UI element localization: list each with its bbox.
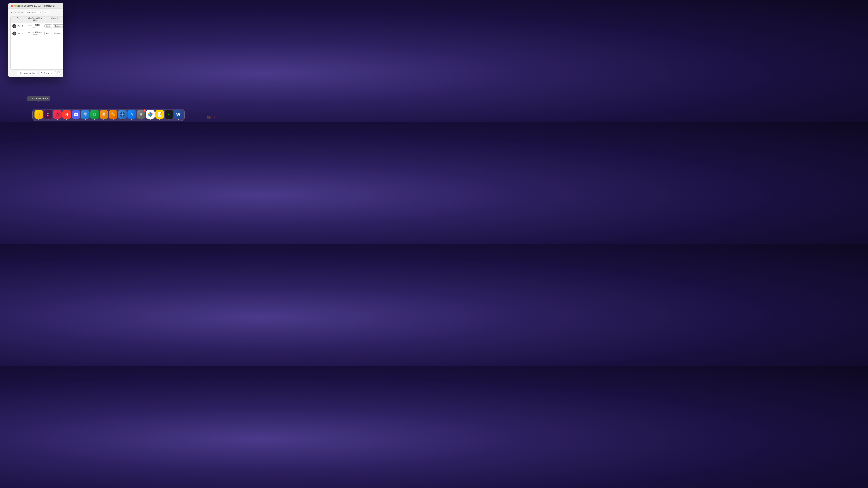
- dock-dot: [57, 119, 58, 120]
- dock-dot: [122, 119, 123, 120]
- dock-item-terminal[interactable]: >_: [165, 110, 173, 120]
- main-content: Fan Min/Current/Max RPM Control: [10, 16, 61, 69]
- window-title: Macs Fan Control 1.5.16 Free (Mac15,5): [17, 5, 55, 7]
- fan-1-auto-button[interactable]: Auto: [44, 32, 52, 35]
- dock-item-stickies[interactable]: 📝: [155, 110, 164, 120]
- system-preferences-badge: 1: [143, 109, 146, 112]
- dock-item-chrome[interactable]: [146, 110, 155, 120]
- svg-point-1: [14, 26, 15, 27]
- music-icon: ♫: [53, 110, 62, 119]
- dock-dot: [131, 119, 132, 120]
- dock-item-freeform[interactable]: 〰: [34, 110, 43, 120]
- fan-0-custom-button[interactable]: Custom...: [53, 24, 63, 28]
- dock-dot: [159, 119, 160, 120]
- dock-dot: [141, 119, 142, 120]
- news-icon: N: [62, 110, 71, 119]
- preferences-button[interactable]: Preferences...: [38, 71, 56, 75]
- fan-header-rpm: Min/Current/Max RPM: [26, 17, 44, 22]
- fan-1-controls: Auto Custom...: [44, 31, 63, 36]
- fan-0-icon: [12, 24, 17, 28]
- fan-0-auto-button[interactable]: Auto: [44, 24, 52, 28]
- dock-item-discord[interactable]: [72, 110, 80, 120]
- chrome-icon: [146, 110, 155, 119]
- hide-to-menu-bar-button[interactable]: Hide to menu bar: [17, 71, 37, 75]
- dock-dot: [168, 119, 169, 120]
- tooltip-text: Macs Fan Control: [29, 97, 48, 100]
- fan-0-info: Fan 0: [11, 23, 26, 29]
- dock-item-app-store[interactable]: A: [127, 110, 136, 120]
- help-button[interactable]: ?: [57, 71, 61, 75]
- pages-icon: [100, 110, 108, 119]
- app-store-icon: A: [127, 110, 136, 119]
- dock-dot: [85, 119, 86, 120]
- svg-rect-20: [102, 112, 105, 116]
- svg-point-25: [122, 114, 123, 115]
- fan-0-rpm: 2500 — 2358 — 6600: [26, 24, 44, 28]
- dock-dot: [66, 119, 67, 120]
- freeform-icon: 〰: [34, 110, 43, 119]
- stickies-icon: 📝: [155, 110, 164, 119]
- system-preferences-icon: 1: [137, 110, 145, 119]
- svg-rect-14: [85, 115, 86, 116]
- action-icon: ⊙: [45, 11, 47, 14]
- svg-point-8: [47, 115, 48, 116]
- svg-point-11: [76, 115, 77, 115]
- dock-item-music[interactable]: ♫: [53, 110, 62, 120]
- dock-dot: [75, 119, 76, 120]
- dock-item-system-preferences[interactable]: 1: [137, 110, 145, 120]
- references-icon: ✏️: [109, 110, 117, 119]
- dock-item-keynote[interactable]: [81, 110, 90, 120]
- dock-item-slack[interactable]: [44, 110, 52, 120]
- dock-item-references[interactable]: ✏️: [109, 110, 117, 120]
- table-row: Fan 1 2500 — 2659 — 7128 Auto Custom...: [11, 30, 63, 37]
- close-button[interactable]: [11, 5, 13, 7]
- dock-dot: [38, 119, 39, 120]
- discord-icon: [72, 110, 80, 119]
- dock-dot: [103, 119, 104, 120]
- svg-rect-16: [93, 113, 94, 114]
- svg-rect-17: [95, 113, 96, 114]
- fans-table-header: Fan Min/Current/Max RPM Control: [11, 17, 63, 23]
- preset-label: Active preset:: [10, 11, 24, 14]
- terminal-icon: >_: [165, 110, 173, 119]
- svg-point-32: [150, 114, 151, 115]
- bottom-bar: Hide to menu bar Preferences... ?: [10, 71, 61, 75]
- action-chevron-icon: ▾: [48, 11, 49, 14]
- keynote-icon: [81, 110, 90, 119]
- svg-rect-13: [84, 113, 86, 115]
- chevron-down-icon: ▾: [40, 11, 41, 13]
- preset-action-button[interactable]: ⊙ ▾: [44, 11, 50, 14]
- window-body: Active preset: Automatic ▾ ⊙ ▾ Fan: [8, 9, 63, 77]
- slack-icon: [44, 110, 52, 119]
- svg-rect-15: [84, 116, 86, 116]
- preset-row: Active preset: Automatic ▾ ⊙ ▾: [10, 11, 61, 14]
- preset-value: Automatic: [27, 11, 39, 14]
- dock-item-macs-fan-control[interactable]: [118, 110, 127, 120]
- fans-table: Fan Min/Current/Max RPM Control: [10, 16, 63, 69]
- main-window: Macs Fan Control 1.5.16 Free (Mac15,5) A…: [8, 3, 63, 77]
- dock-item-numbers[interactable]: [90, 110, 99, 120]
- dock-item-word[interactable]: W: [174, 110, 183, 120]
- dock-dot: [178, 119, 179, 120]
- dock-item-pages[interactable]: [100, 110, 108, 120]
- svg-rect-18: [93, 115, 94, 116]
- dock-item-news[interactable]: N: [62, 110, 71, 120]
- preset-select[interactable]: Automatic ▾: [25, 11, 42, 14]
- svg-point-6: [47, 113, 48, 114]
- fans-empty-area: [11, 37, 63, 49]
- dock-dot: [150, 119, 151, 120]
- fan-header-fan: Fan: [11, 17, 26, 22]
- dock-dot: [113, 119, 114, 120]
- macs-fan-control-icon: [118, 110, 127, 119]
- svg-point-9: [49, 115, 50, 116]
- titlebar: Macs Fan Control 1.5.16 Free (Mac15,5): [8, 3, 63, 9]
- fan-1-custom-button[interactable]: Custom...: [53, 32, 63, 35]
- numbers-icon: [90, 110, 99, 119]
- fan-1-name: Fan 1: [18, 32, 23, 35]
- dock-dot: [48, 119, 49, 120]
- fan-1-rpm: 2500 — 2659 — 7128: [26, 31, 44, 36]
- fan-header-control: Control: [44, 17, 63, 22]
- svg-point-7: [49, 113, 50, 114]
- table-row: Fan 0 2500 — 2358 — 6600 Auto Custom...: [11, 23, 63, 30]
- fan-1-info: Fan 1: [11, 31, 26, 36]
